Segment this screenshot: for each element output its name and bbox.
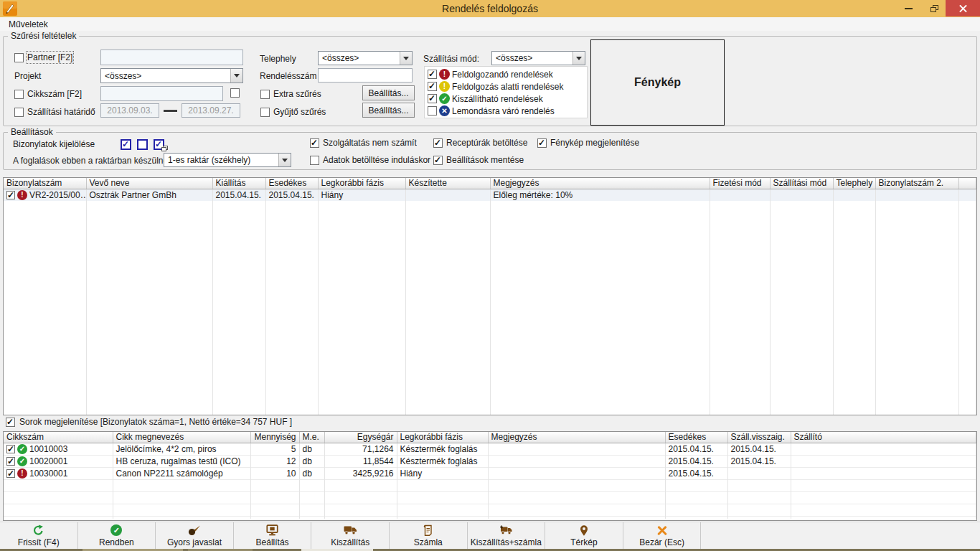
- table-row[interactable]: ✓10010003Jelölőcímke, 4*2 cm, piros5db71…: [4, 443, 976, 455]
- photo-label: Fénykép: [634, 76, 681, 89]
- invoice-icon: [423, 524, 433, 537]
- status-filter-checkbox[interactable]: [428, 106, 437, 116]
- row-checkbox[interactable]: [6, 445, 15, 453]
- truck-plus-invoice-icon: [499, 524, 513, 537]
- column-header[interactable]: Cikkszám: [4, 432, 113, 443]
- select-all-checkbox[interactable]: [121, 139, 131, 150]
- szallitasi-mod-select[interactable]: <összes>: [491, 51, 585, 65]
- szolgaltatas-nem-szamit-checkbox[interactable]: [310, 138, 319, 148]
- table-row[interactable]: !10030001Canon NP2211 számológép10db3425…: [4, 467, 976, 479]
- gyujto-szures-settings-button[interactable]: Beállítás...: [362, 103, 415, 118]
- column-header[interactable]: Száll.visszaig.: [727, 432, 791, 443]
- red-exclamation-icon: !: [439, 69, 450, 80]
- telephely-select[interactable]: <összes>: [318, 51, 413, 65]
- projekt-select[interactable]: <összes>: [100, 68, 243, 83]
- column-header[interactable]: Megjegyzés: [490, 178, 710, 189]
- column-header[interactable]: Szállítási mód: [770, 178, 833, 189]
- close-button[interactable]: Bezár (Esc): [623, 522, 702, 549]
- column-header[interactable]: Fizetési mód: [710, 178, 770, 189]
- date-to-input[interactable]: [182, 103, 240, 118]
- status-filter-checkbox[interactable]: [428, 70, 437, 79]
- empty-row: [4, 491, 976, 504]
- red-exclamation-icon: !: [17, 190, 27, 200]
- column-header[interactable]: Bizonylatszám: [4, 178, 86, 189]
- minimize-icon[interactable]: [895, 0, 921, 17]
- refresh-button[interactable]: Frissít (F4): [0, 522, 78, 549]
- row-id: VR2-2015/00…: [29, 190, 86, 200]
- delivery-button[interactable]: Kiszállítás: [311, 522, 390, 549]
- close-button-label: Bezár (Esc): [639, 537, 684, 547]
- chevron-down-icon[interactable]: [400, 52, 412, 65]
- szallitasi-hatarido-label: Szállítási határidő: [27, 107, 95, 117]
- column-header[interactable]: Esedékes: [265, 178, 318, 189]
- rendelesszam-label: Rendelésszám: [260, 71, 316, 81]
- ok-button[interactable]: ✓ Rendben: [78, 522, 156, 549]
- settings-button-label: Beállítás: [256, 537, 289, 547]
- map-button-label: Térkép: [570, 537, 597, 547]
- column-header[interactable]: Szállító: [791, 432, 976, 443]
- select-none-checkbox[interactable]: [137, 139, 148, 150]
- raktar-label: A foglalások ebben a raktárban készülnek…: [13, 156, 174, 166]
- extra-szures-settings-button[interactable]: Beállítás...: [362, 85, 415, 100]
- ok-button-label: Rendben: [99, 537, 134, 547]
- quick-suggestion-button[interactable]: Gyors javaslat: [156, 522, 234, 549]
- row-checkbox[interactable]: [6, 191, 15, 199]
- extra-szures-checkbox[interactable]: [260, 90, 270, 99]
- table-row[interactable]: !VR2-2015/00…Osztrák Partner GmBh2015.04…: [4, 189, 976, 201]
- close-icon[interactable]: [946, 0, 980, 17]
- map-button[interactable]: Térkép: [545, 522, 623, 549]
- row-checkbox[interactable]: [6, 457, 15, 466]
- beallitasok-mentese-checkbox[interactable]: [433, 156, 443, 165]
- partner-input[interactable]: [100, 50, 243, 65]
- cikkszam-label: Cikkszám [F2]: [27, 89, 82, 99]
- gyujto-szures-checkbox[interactable]: [260, 108, 270, 117]
- column-header[interactable]: Telephely: [833, 178, 875, 189]
- invoice-button[interactable]: Számla: [390, 522, 468, 549]
- column-header[interactable]: Cikk megnevezés: [113, 432, 250, 443]
- chevron-down-icon[interactable]: [278, 154, 291, 166]
- delivery-plus-invoice-button[interactable]: Kiszállítás+számla: [468, 522, 546, 549]
- status-filter-list: !Feldolgozandó rendelések!Feldolgozás al…: [424, 66, 588, 118]
- column-header[interactable]: Esedékes: [665, 432, 727, 443]
- column-header[interactable]: Egységár: [324, 432, 397, 443]
- status-filter-label: Feldolgozandó rendelések: [452, 70, 553, 80]
- column-header[interactable]: Mennyiség: [250, 432, 299, 443]
- settings-group-title: Beállítások: [8, 127, 56, 137]
- column-header[interactable]: Készítette: [405, 178, 490, 189]
- orders-table: BizonylatszámVevő neveKiállításEsedékesL…: [3, 177, 977, 415]
- title-bar: Rendelés feldolgozás: [0, 0, 980, 17]
- date-from-input[interactable]: [100, 103, 159, 118]
- szallitasi-hatarido-checkbox[interactable]: [14, 108, 24, 117]
- column-header[interactable]: Kiállítás: [212, 178, 265, 189]
- table-row[interactable]: ✓10020001HB ceruza, rugalmas testű (ICO)…: [4, 455, 976, 467]
- cikkszam-extra-checkbox[interactable]: [230, 88, 240, 98]
- sorok-megjelenitese-checkbox[interactable]: [6, 418, 15, 427]
- chevron-down-icon[interactable]: [230, 69, 242, 83]
- column-header[interactable]: Legkorábbi fázis: [318, 178, 405, 189]
- cikkszam-checkbox[interactable]: [14, 90, 24, 99]
- chevron-down-icon[interactable]: [573, 52, 585, 65]
- status-filter-checkbox[interactable]: [428, 94, 437, 103]
- telephely-value: <összes>: [319, 53, 400, 63]
- recepturak-betoltese-checkbox[interactable]: [433, 138, 443, 148]
- column-header[interactable]: Legkorábbi fázis: [397, 432, 488, 443]
- column-header[interactable]: Megjegyzés: [488, 432, 665, 443]
- row-id: 10010003: [29, 444, 67, 454]
- status-filter-checkbox[interactable]: [428, 82, 437, 91]
- invoice-button-label: Számla: [414, 537, 443, 547]
- settings-button[interactable]: Beállítás: [234, 522, 312, 549]
- invert-selection-checkbox[interactable]: [154, 139, 164, 150]
- column-header[interactable]: Vevő neve: [86, 178, 212, 189]
- cikkszam-input[interactable]: [100, 86, 223, 101]
- restore-icon[interactable]: [921, 0, 947, 17]
- row-checkbox[interactable]: [6, 469, 15, 478]
- adatok-betoltese-checkbox[interactable]: [310, 156, 319, 165]
- green-check-icon: ✓: [17, 456, 27, 466]
- column-header[interactable]: M.e.: [299, 432, 324, 443]
- fenykep-megjelenitese-checkbox[interactable]: [537, 138, 547, 148]
- menu-muveletek[interactable]: Műveletek: [4, 19, 52, 29]
- partner-checkbox[interactable]: [14, 53, 24, 62]
- raktar-select[interactable]: 1-es raktár (székhely): [164, 153, 291, 167]
- column-header[interactable]: Bizonylatszám 2.: [875, 178, 958, 189]
- rendelesszam-input[interactable]: [318, 68, 413, 83]
